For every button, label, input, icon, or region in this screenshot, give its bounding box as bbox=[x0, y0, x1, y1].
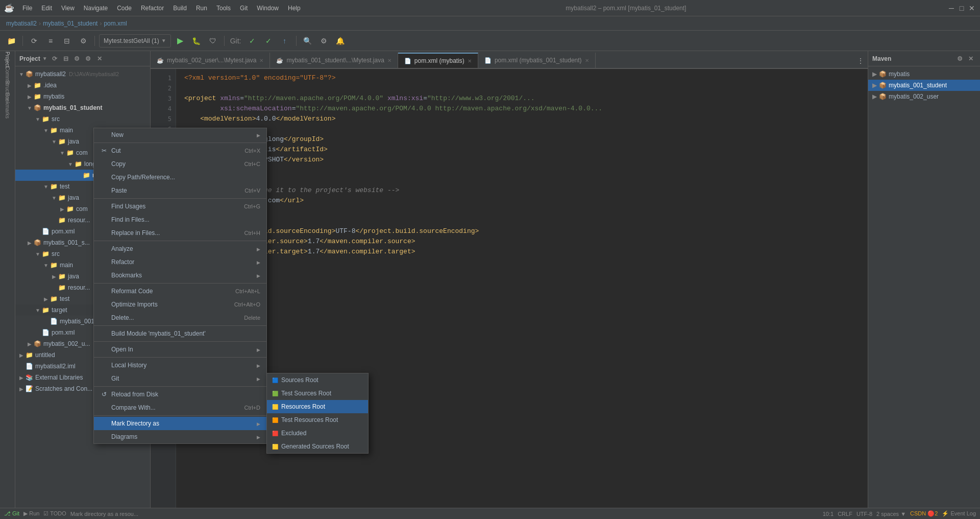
ctx-bookmarks[interactable]: Bookmarks bbox=[94, 269, 266, 282]
submenu-resources-root[interactable]: 🟨 Resources Root bbox=[267, 400, 368, 413]
panel-header-icons: ⟳ ⊟ ⚙ ⚙ ✕ bbox=[50, 54, 105, 64]
submenu-sources-root[interactable]: 🟦 Sources Root bbox=[267, 373, 368, 387]
maven-item-mybatis[interactable]: ▶ 📦 mybatis bbox=[868, 68, 980, 80]
coverage-btn[interactable]: 🛡 bbox=[206, 34, 220, 48]
ctx-copy[interactable]: Copy Ctrl+C bbox=[94, 157, 266, 171]
menu-view[interactable]: View bbox=[57, 4, 79, 13]
run-btn[interactable]: ▶ bbox=[173, 34, 187, 48]
submenu-generated-sources[interactable]: 🟨 Generated Sources Root bbox=[267, 440, 368, 453]
ctx-find-usages[interactable]: Find Usages Ctrl+G bbox=[94, 200, 266, 213]
tab-close-3[interactable]: ✕ bbox=[468, 58, 472, 64]
ctx-reformat[interactable]: Reformat Code Ctrl+Alt+L bbox=[94, 285, 266, 298]
ctx-local-history[interactable]: Local History bbox=[94, 359, 266, 372]
menu-git[interactable]: Git bbox=[236, 4, 252, 13]
ctx-diagrams[interactable]: Diagrams bbox=[94, 430, 266, 443]
menu-code[interactable]: Code bbox=[113, 4, 136, 13]
ctx-reload[interactable]: ↺ Reload from Disk bbox=[94, 388, 266, 401]
breadcrumb-module[interactable]: mybatis_01_student bbox=[43, 20, 97, 27]
git-push-btn[interactable]: ✓ bbox=[261, 34, 276, 48]
tab-close-2[interactable]: ✕ bbox=[387, 58, 391, 63]
submenu-test-resources-root[interactable]: 🟧 Test Resources Root bbox=[267, 413, 368, 427]
status-indent[interactable]: 2 spaces ▼ bbox=[876, 511, 906, 517]
git-check-btn[interactable]: ✓ bbox=[245, 34, 259, 48]
ctx-find-in-files[interactable]: Find in Files... bbox=[94, 213, 266, 226]
ctx-copy-path[interactable]: Copy Path/Reference... bbox=[94, 171, 266, 184]
tab-mytest2[interactable]: ☕ mybatis_001_student\...\Mytest.java ✕ bbox=[270, 53, 398, 68]
panel-icon-sync[interactable]: ⟳ bbox=[50, 54, 60, 64]
ctx-build-module[interactable]: Build Module 'mybatis_01_student' bbox=[94, 327, 266, 340]
panel-icon-close[interactable]: ✕ bbox=[94, 54, 105, 64]
tree-item-idea[interactable]: ▶ 📁 .idea bbox=[15, 80, 150, 91]
maven-settings-btn[interactable]: ⚙ bbox=[954, 54, 965, 64]
ctx-mark-dir[interactable]: Mark Directory as bbox=[94, 417, 266, 430]
menu-run[interactable]: Run bbox=[192, 4, 211, 13]
ctx-compare[interactable]: Compare With... Ctrl+D bbox=[94, 401, 266, 414]
notifications-btn[interactable]: 🔔 bbox=[333, 34, 348, 48]
panel-icon-gear[interactable]: ⚙ bbox=[83, 54, 93, 64]
tab-mytest1[interactable]: ☕ mybatis_002_user\...\Mytest.java ✕ bbox=[151, 53, 270, 68]
submenu-excluded[interactable]: 🟥 Excluded bbox=[267, 427, 368, 440]
git-update-btn[interactable]: Git: bbox=[229, 34, 243, 48]
menu-window[interactable]: Window bbox=[253, 4, 283, 13]
status-git[interactable]: ⎇ Git bbox=[4, 510, 19, 517]
panel-icon-collapse[interactable]: ⊟ bbox=[61, 54, 71, 64]
ctx-replace-in-files[interactable]: Replace in Files... Ctrl+H bbox=[94, 226, 266, 240]
menu-edit[interactable]: Edit bbox=[37, 4, 56, 13]
tree-item-mybatisall2[interactable]: ▼ 📦 mybatisall2 D:\JAVA\mybatisall2 bbox=[15, 68, 150, 80]
ctx-paste[interactable]: Paste Ctrl+V bbox=[94, 184, 266, 197]
activity-project[interactable]: Project bbox=[1, 53, 14, 66]
tree-item-mybatis01[interactable]: ▼ 📦 mybatis_01_student bbox=[15, 102, 150, 113]
ctx-new[interactable]: New bbox=[94, 128, 266, 141]
tab-pom-mybatis[interactable]: 📄 pom.xml (mybatis) ✕ bbox=[398, 53, 478, 68]
debug-btn[interactable]: 🐛 bbox=[189, 34, 204, 48]
tab-close-1[interactable]: ✕ bbox=[259, 58, 263, 63]
settings-btn[interactable]: ⚙ bbox=[76, 34, 90, 48]
ctx-delete[interactable]: Delete... Delete bbox=[94, 311, 266, 324]
collapse-btn[interactable]: ⊟ bbox=[60, 34, 74, 48]
panel-dropdown-arrow[interactable]: ▼ bbox=[42, 56, 47, 61]
status-todo[interactable]: ☑ TODO bbox=[43, 510, 66, 517]
status-crlf[interactable]: CRLF bbox=[838, 511, 852, 517]
tab-close-4[interactable]: ✕ bbox=[585, 58, 589, 63]
activity-bookmarks[interactable]: Bookmarks bbox=[1, 99, 14, 112]
status-run[interactable]: ▶ Run bbox=[23, 510, 39, 517]
maximize-button[interactable]: □ bbox=[958, 4, 966, 12]
settings-btn2[interactable]: ⚙ bbox=[317, 34, 331, 48]
menu-file[interactable]: File bbox=[18, 4, 36, 13]
expand-all-btn[interactable]: ≡ bbox=[43, 34, 58, 48]
submenu-test-sources-root[interactable]: 🟩 Test Sources Root bbox=[267, 387, 368, 400]
ctx-refactor[interactable]: Refactor bbox=[94, 255, 266, 269]
menu-refactor[interactable]: Refactor bbox=[137, 4, 168, 13]
ctx-cut[interactable]: ✂ Cut Ctrl+X bbox=[94, 144, 266, 157]
status-position[interactable]: 10:1 bbox=[823, 511, 834, 517]
tree-item-mybatis[interactable]: ▶ 📁 mybatis bbox=[15, 91, 150, 102]
ctx-open-in-arrow bbox=[257, 346, 260, 353]
maven-close-btn[interactable]: ✕ bbox=[966, 54, 976, 64]
run-config-selector[interactable]: Mytest.testGetAll (1) ▼ bbox=[99, 34, 171, 48]
ctx-git[interactable]: Git bbox=[94, 372, 266, 385]
maven-item-mybatis002[interactable]: ▶ 📦 mybatis_002_user bbox=[868, 91, 980, 102]
menu-tools[interactable]: Tools bbox=[212, 4, 235, 13]
breadcrumb-root[interactable]: mybatisall2 bbox=[6, 20, 37, 27]
menu-help[interactable]: Help bbox=[284, 4, 305, 13]
search-btn[interactable]: 🔍 bbox=[301, 34, 315, 48]
project-view-btn[interactable]: 📁 bbox=[4, 34, 18, 48]
breadcrumb-file[interactable]: pom.xml bbox=[104, 20, 127, 27]
tab-overflow-btn[interactable]: ⋮ bbox=[853, 54, 868, 68]
status-csdn[interactable]: CSDN 🔴2 bbox=[910, 510, 938, 517]
maven-item-mybatis001[interactable]: ▶ 📦 mybatis_001_student bbox=[868, 80, 980, 91]
menu-navigate[interactable]: Navigate bbox=[80, 4, 112, 13]
menu-build[interactable]: Build bbox=[169, 4, 191, 13]
status-encoding[interactable]: UTF-8 bbox=[856, 511, 872, 517]
ctx-open-in[interactable]: Open In bbox=[94, 343, 266, 356]
sync-btn[interactable]: ⟳ bbox=[27, 34, 41, 48]
git-merge-btn[interactable]: ↑ bbox=[278, 34, 292, 48]
close-button[interactable]: ✕ bbox=[968, 4, 976, 12]
panel-icon-settings[interactable]: ⚙ bbox=[72, 54, 82, 64]
ctx-optimize[interactable]: Optimize Imports Ctrl+Alt+O bbox=[94, 298, 266, 311]
tab-pom-mybatis001[interactable]: 📄 pom.xml (mybatis_001_student) ✕ bbox=[478, 53, 596, 68]
tree-item-src[interactable]: ▼ 📁 src bbox=[15, 113, 150, 125]
minimize-button[interactable]: ─ bbox=[947, 4, 955, 12]
status-event-log[interactable]: ⚡ Event Log bbox=[942, 510, 976, 517]
ctx-analyze[interactable]: Analyze bbox=[94, 242, 266, 255]
